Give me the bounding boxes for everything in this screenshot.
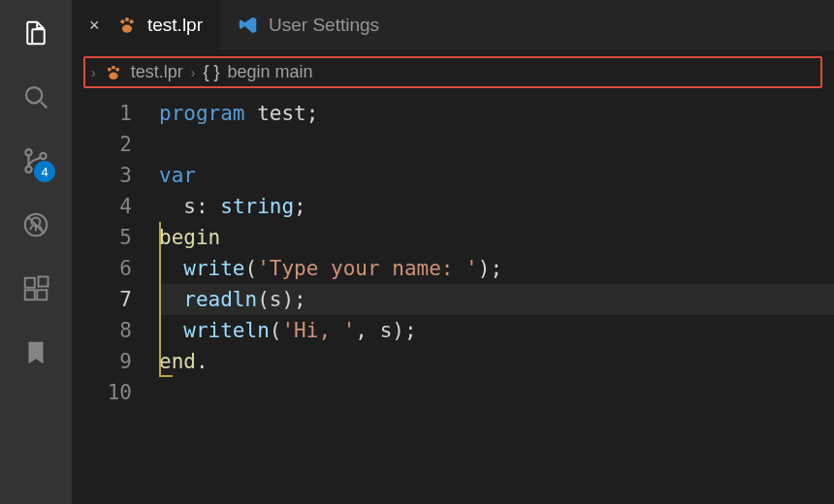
svg-point-3 — [25, 167, 31, 173]
activity-bar: 4 — [0, 0, 72, 504]
vscode-icon — [238, 15, 259, 36]
chevron-right-icon: › — [191, 65, 196, 80]
svg-rect-11 — [25, 290, 35, 299]
braces-icon: { } — [203, 62, 219, 82]
tab-label: test.lpr — [147, 15, 203, 36]
extensions-icon[interactable] — [18, 271, 53, 306]
tab-label: User Settings — [269, 15, 379, 36]
code-line[interactable]: program test; — [159, 98, 834, 129]
line-number: 2 — [72, 129, 132, 160]
svg-point-15 — [125, 17, 129, 21]
code-line[interactable]: s: string; — [159, 191, 834, 222]
svg-point-20 — [115, 67, 119, 71]
close-icon[interactable]: × — [89, 16, 107, 36]
svg-line-1 — [41, 102, 47, 108]
paw-icon — [116, 15, 138, 36]
tab-test-lpr[interactable]: × test.lpr — [72, 0, 220, 50]
debug-icon[interactable] — [18, 207, 53, 242]
source-control-icon[interactable]: 4 — [18, 143, 53, 178]
line-gutter: 12345678910 — [72, 98, 159, 504]
svg-point-17 — [122, 25, 132, 33]
breadcrumb-symbol[interactable]: begin main — [227, 62, 312, 82]
svg-rect-10 — [25, 278, 35, 288]
code-line[interactable] — [159, 377, 834, 408]
svg-point-19 — [112, 65, 115, 69]
line-number: 6 — [72, 253, 132, 284]
svg-line-6 — [30, 226, 33, 230]
code-line[interactable]: readln(s); — [159, 284, 834, 315]
line-number: 10 — [72, 377, 132, 408]
code-line[interactable]: var — [159, 160, 834, 191]
svg-point-18 — [108, 67, 112, 71]
code-line[interactable]: begin — [159, 222, 834, 253]
tab-user-settings[interactable]: User Settings — [220, 0, 397, 50]
line-number: 3 — [72, 160, 132, 191]
svg-point-21 — [109, 72, 117, 79]
line-number: 4 — [72, 191, 132, 222]
svg-point-2 — [25, 149, 31, 155]
line-number: 1 — [72, 98, 132, 129]
svg-rect-12 — [37, 290, 47, 299]
main-area: × test.lpr User Settings › test.lpr › { … — [72, 0, 834, 504]
svg-point-0 — [26, 87, 42, 103]
code-editor[interactable]: 12345678910 program test;var s: string;b… — [72, 94, 834, 504]
code-line[interactable]: write('Type your name: '); — [159, 253, 834, 284]
svg-point-16 — [129, 19, 133, 23]
chevron-right-icon: › — [91, 65, 96, 80]
breadcrumb[interactable]: › test.lpr › { } begin main — [83, 56, 822, 88]
code-line[interactable]: end. — [159, 346, 834, 377]
svg-point-14 — [120, 19, 124, 23]
code-line[interactable]: writeln('Hi, ', s); — [159, 315, 834, 346]
line-number: 8 — [72, 315, 132, 346]
paw-icon — [104, 63, 123, 82]
breadcrumb-file[interactable]: test.lpr — [131, 62, 183, 82]
explorer-icon[interactable] — [18, 16, 53, 50]
svg-rect-13 — [39, 277, 48, 287]
line-number: 7 — [72, 284, 132, 315]
code-area[interactable]: program test;var s: string;begin write('… — [159, 98, 834, 504]
bookmark-icon[interactable] — [18, 335, 53, 370]
search-icon[interactable] — [18, 79, 53, 114]
line-number: 5 — [72, 222, 132, 253]
svg-point-4 — [40, 153, 46, 159]
tab-bar: × test.lpr User Settings — [72, 0, 834, 50]
code-line[interactable] — [159, 129, 834, 160]
scm-badge: 4 — [34, 161, 55, 182]
line-number: 9 — [72, 346, 132, 377]
